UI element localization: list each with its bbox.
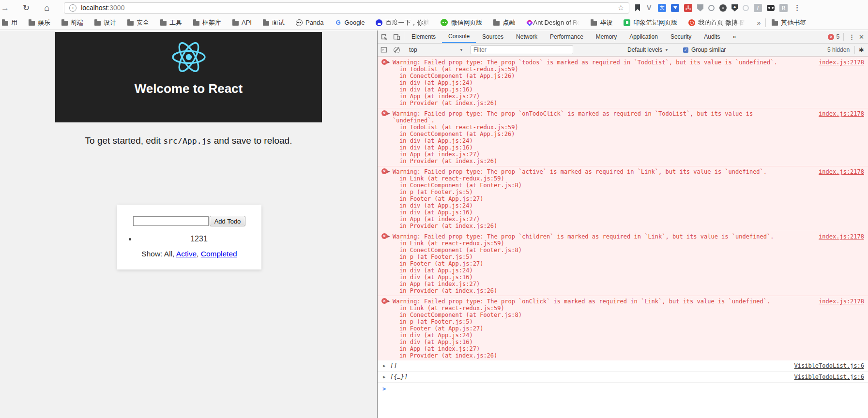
device-toolbar-icon[interactable]	[390, 30, 403, 43]
stack-frame: in Provider (at index.js:26)	[393, 223, 795, 229]
baidu-icon	[376, 19, 382, 26]
todo-item[interactable]: 1231	[137, 235, 261, 243]
bookmark-star-icon[interactable]: ☆	[618, 3, 624, 12]
clear-console-icon[interactable]	[390, 47, 403, 53]
console-filter-input[interactable]	[471, 45, 573, 54]
error-icon	[381, 59, 387, 65]
tab-console[interactable]: Console	[442, 30, 476, 43]
filter-link-completed[interactable]: Completed	[201, 250, 237, 258]
error-icon	[381, 110, 387, 116]
translate-icon[interactable]	[658, 4, 666, 12]
group-similar-checkbox[interactable]	[683, 47, 688, 53]
forward-icon[interactable]: →	[1, 4, 9, 12]
tab-security[interactable]: Security	[664, 30, 698, 43]
bookmark-item[interactable]: 工具	[160, 18, 182, 27]
tab-network[interactable]: Network	[510, 30, 544, 43]
tab-application[interactable]: Application	[623, 30, 664, 43]
expand-triangle-icon[interactable]	[387, 110, 390, 117]
red-grid-icon[interactable]	[684, 4, 692, 12]
source-link[interactable]: index.js:2178	[819, 110, 864, 117]
url-bar[interactable]: localhost :3000 ☆	[64, 2, 629, 14]
bookmark-item[interactable]: Panda	[296, 19, 324, 26]
stack-frame: in div (at App.js:24)	[393, 137, 795, 144]
refresh-icon[interactable]: ↻	[23, 4, 30, 12]
tab-elements[interactable]: Elements	[405, 30, 442, 43]
stack-frame: in p (at Footer.js:5)	[393, 254, 795, 260]
vue-icon[interactable]	[645, 4, 653, 12]
toolbar-divider	[843, 33, 844, 41]
bookmark-item[interactable]: Google	[335, 19, 365, 26]
page-title: Welcome to React	[55, 81, 322, 96]
extensions-row	[635, 4, 788, 12]
console-prompt[interactable]: >	[378, 383, 868, 392]
console-warning-row: index.js:2178 Warning: Failed prop type:…	[378, 108, 868, 166]
bookmark-item[interactable]: 框架库	[193, 18, 221, 27]
bookmark-item[interactable]: 用	[2, 18, 17, 27]
shield-icon[interactable]	[697, 4, 703, 12]
bookmark-ribbon-icon[interactable]	[635, 4, 640, 12]
bookmark-item[interactable]: 点融	[493, 18, 515, 27]
bookmark-item[interactable]: 我的首页 微博-随	[688, 18, 745, 27]
bookmark-item[interactable]: 前端	[61, 18, 83, 27]
bookmark-item[interactable]: 安全	[127, 18, 149, 27]
devtools-panel: ElementsConsoleSourcesNetworkPerformance…	[377, 30, 868, 418]
source-link[interactable]: index.js:2178	[819, 233, 864, 240]
bookmark-item[interactable]: 面试	[263, 18, 285, 27]
evernote-ext-icon[interactable]	[719, 4, 727, 12]
blue-download-icon[interactable]	[671, 4, 679, 12]
source-link[interactable]: index.js:2178	[819, 168, 864, 175]
bookmark-item[interactable]: 设计	[94, 18, 116, 27]
stripes-icon[interactable]	[754, 4, 762, 12]
expand-triangle-icon[interactable]	[387, 168, 390, 175]
expand-triangle-icon[interactable]	[383, 362, 385, 369]
expand-triangle-icon[interactable]	[383, 373, 385, 380]
ring-icon[interactable]	[708, 5, 715, 11]
warning-body: Warning: Failed prop type: The prop `tod…	[393, 59, 795, 106]
expand-triangle-icon[interactable]	[387, 233, 390, 239]
source-link[interactable]: index.js:2178	[819, 298, 864, 305]
devtools-close-icon[interactable]: ✕	[859, 33, 866, 41]
tab-sources[interactable]: Sources	[476, 30, 510, 43]
todo-input[interactable]	[133, 216, 209, 226]
ring-light-icon[interactable]	[743, 5, 749, 11]
bookmark-item[interactable]: 微信网页版	[441, 18, 482, 27]
inspect-element-icon[interactable]	[378, 30, 390, 43]
r-square-icon[interactable]	[779, 4, 788, 12]
console-settings-icon[interactable]: ✱	[859, 46, 864, 54]
console-sidebar-icon[interactable]	[378, 46, 390, 53]
intro-code: src/App.js	[163, 136, 211, 146]
source-link[interactable]: index.js:2178	[819, 59, 864, 66]
expand-triangle-icon[interactable]	[387, 298, 390, 304]
browser-menu-icon[interactable]: ⋮	[793, 3, 801, 12]
bookmark-item[interactable]: 毕设	[591, 18, 612, 27]
source-link[interactable]: VisibleTodoList.js:6	[794, 373, 865, 380]
tabs-overflow-icon[interactable]: »	[727, 30, 743, 43]
page-info-icon[interactable]	[69, 4, 76, 12]
bookmark-item[interactable]: Ant Design of Re	[526, 19, 579, 26]
home-icon[interactable]: ⌂	[44, 3, 49, 12]
source-link[interactable]: VisibleTodoList.js:6	[794, 362, 865, 369]
bookmark-item[interactable]: 印象笔记网页版	[624, 18, 677, 27]
devtools-tab-bar: ElementsConsoleSourcesNetworkPerformance…	[378, 30, 868, 44]
stack-frame: in p (at Footer.js:5)	[393, 318, 795, 325]
tab-memory[interactable]: Memory	[590, 30, 623, 43]
devtools-menu-icon[interactable]: ⋮	[845, 33, 859, 41]
bookmarks-divider	[765, 18, 766, 27]
context-selector[interactable]: top ▼	[409, 46, 463, 53]
expand-triangle-icon[interactable]	[387, 59, 390, 65]
stack-frame: in Footer (at App.js:27)	[393, 195, 795, 202]
other-bookmarks-button[interactable]: 其他书签	[772, 18, 806, 27]
evernote-icon	[624, 19, 630, 26]
bookmark-item[interactable]: API	[232, 19, 252, 26]
bookmarks-overflow-icon[interactable]: »	[757, 19, 761, 27]
filter-link-active[interactable]: Active	[176, 250, 197, 258]
log-levels-dropdown[interactable]: Default levels ▼	[627, 46, 669, 53]
bookmark-label: 工具	[169, 18, 182, 27]
tab-performance[interactable]: Performance	[544, 30, 590, 43]
bookmark-item[interactable]: 百度一下，你就	[376, 18, 429, 27]
bookmark-item[interactable]: 娱乐	[29, 18, 50, 27]
dark-glasses-icon[interactable]	[767, 5, 775, 11]
add-todo-button[interactable]: Add Todo	[210, 216, 246, 226]
tab-audits[interactable]: Audits	[698, 30, 726, 43]
adguard-icon[interactable]	[731, 4, 738, 12]
